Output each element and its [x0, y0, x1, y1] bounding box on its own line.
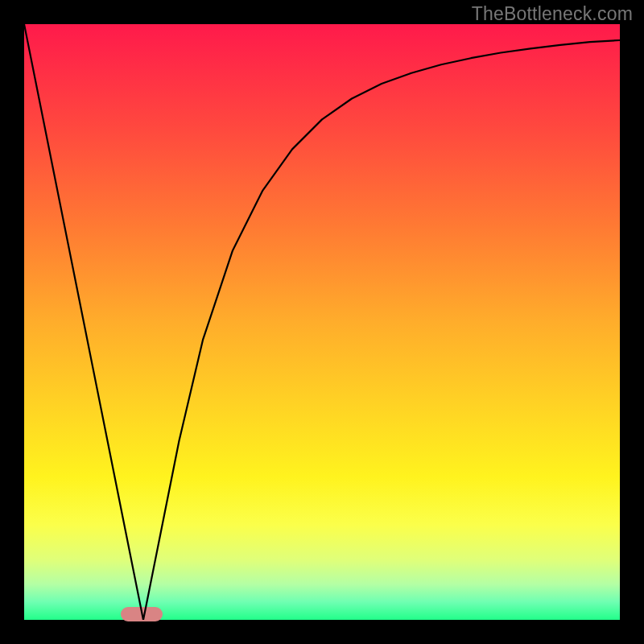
- chart-frame: TheBottleneck.com: [0, 0, 644, 644]
- valley-marker: [121, 607, 163, 621]
- plot-area: [24, 24, 620, 620]
- bottleneck-curve: [24, 24, 620, 620]
- watermark-text: TheBottleneck.com: [472, 3, 633, 25]
